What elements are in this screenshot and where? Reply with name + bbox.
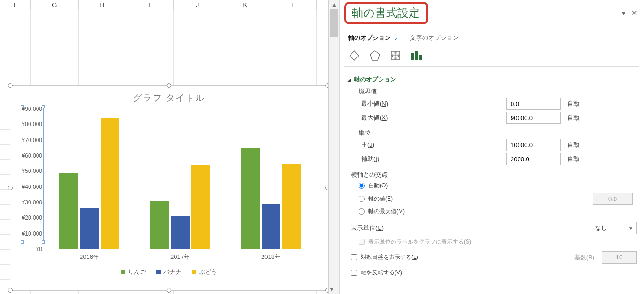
cross-value-radio[interactable] xyxy=(359,196,365,202)
x-axis-label: 2017年 xyxy=(135,253,226,261)
y-axis-tick: ¥20,000 xyxy=(20,215,42,221)
y-axis-tick: ¥0 xyxy=(20,246,42,252)
y-axis-tick: ¥80,000 xyxy=(20,121,42,128)
svg-rect-5 xyxy=(415,51,418,60)
x-axis-label: 2016年 xyxy=(44,253,135,261)
y-axis-tick: ¥70,000 xyxy=(20,137,42,143)
display-units-combo[interactable]: なし▼ xyxy=(592,222,637,234)
legend-item[interactable]: ぶどう xyxy=(192,268,217,276)
cross-label: 横軸との交点 xyxy=(351,171,637,179)
column-header[interactable]: I xyxy=(126,0,174,10)
effects-icon[interactable] xyxy=(369,50,381,62)
vertical-scrollbar[interactable]: ▲ ▼ xyxy=(329,0,340,294)
bar-ぶどう[interactable] xyxy=(282,164,301,249)
column-header[interactable]: K xyxy=(221,0,269,10)
tab-text-options[interactable]: 文字のオプション xyxy=(410,34,459,42)
column-headers: FGHIJKL xyxy=(0,0,328,10)
scroll-down-icon[interactable]: ▼ xyxy=(329,285,335,294)
y-axis-tick: ¥10,000 xyxy=(20,230,42,237)
legend-item[interactable]: りんご xyxy=(121,268,146,276)
column-header[interactable]: H xyxy=(79,0,126,10)
bar-バナナ[interactable] xyxy=(80,208,99,249)
minor-unit-input[interactable] xyxy=(506,153,561,165)
log-scale-checkbox[interactable] xyxy=(351,254,357,260)
display-units-label: 表示単位(U) xyxy=(347,224,592,232)
svg-rect-6 xyxy=(419,55,422,60)
chevron-down-icon: ⌄ xyxy=(394,35,398,41)
legend-item[interactable]: バナナ xyxy=(156,268,182,276)
bar-ぶどう[interactable] xyxy=(101,118,119,249)
close-icon[interactable]: ✕ xyxy=(629,9,639,17)
pane-options-dropdown[interactable]: ▾ xyxy=(619,9,629,17)
cross-max-radio[interactable] xyxy=(359,208,365,215)
minor-unit-label: 補助(I) xyxy=(347,155,506,163)
y-axis-tick: ¥50,000 xyxy=(20,168,42,174)
cross-auto-radio[interactable] xyxy=(359,183,365,189)
column-header[interactable]: L xyxy=(269,0,317,10)
cross-value-label: 軸の値(E) xyxy=(368,195,593,203)
max-label: 最大値(X) xyxy=(347,114,506,122)
bar-ぶどう[interactable] xyxy=(191,165,210,249)
x-axis-label: 2018年 xyxy=(226,253,316,261)
pane-title: 軸の書式設定 xyxy=(352,6,420,21)
y-axis-tick: ¥40,000 xyxy=(20,184,42,190)
base-input xyxy=(602,251,637,264)
chart-title[interactable]: グラフ タイトル xyxy=(10,92,328,104)
bar-バナナ[interactable] xyxy=(171,216,190,249)
y-axis-tick: ¥60,000 xyxy=(20,152,42,159)
section-axis-options-header[interactable]: ◢ 軸のオプション xyxy=(347,75,637,84)
show-display-unit-checkbox xyxy=(359,239,365,245)
reverse-axis-label: 軸を反転する(V) xyxy=(361,269,402,277)
chevron-down-icon: ▼ xyxy=(629,226,633,231)
bar-りんご[interactable] xyxy=(59,173,78,249)
svg-rect-4 xyxy=(411,53,414,60)
axis-options-icon[interactable] xyxy=(410,50,423,62)
column-header[interactable]: F xyxy=(0,0,31,10)
format-axis-pane: 軸の書式設定 ▾ ✕ 軸のオプション⌄ 文字のオプション xyxy=(340,0,644,294)
chart-legend[interactable]: りんごバナナぶどう xyxy=(10,268,328,276)
min-input[interactable] xyxy=(506,98,561,110)
scroll-up-icon[interactable]: ▲ xyxy=(329,0,339,9)
svg-marker-0 xyxy=(370,51,380,60)
reverse-axis-checkbox[interactable] xyxy=(351,270,357,276)
major-unit-input[interactable] xyxy=(506,139,561,151)
base-label: 基数(B) xyxy=(543,253,602,262)
major-unit-label: 主(J) xyxy=(347,141,506,149)
column-header[interactable]: G xyxy=(31,0,79,10)
cross-value-input xyxy=(593,193,633,205)
worksheet-area[interactable]: FGHIJKL グラフ タイトル xyxy=(0,0,329,294)
bar-りんご[interactable] xyxy=(150,201,169,249)
min-auto-label: 自動 xyxy=(567,100,590,108)
max-input[interactable] xyxy=(506,112,561,124)
min-label: 最小値(N) xyxy=(347,100,506,108)
cross-auto-label: 自動(O) xyxy=(368,182,388,190)
column-header[interactable]: J xyxy=(174,0,221,10)
tab-axis-options[interactable]: 軸のオプション⌄ xyxy=(348,34,398,42)
cross-max-label: 軸の最大値(M) xyxy=(368,208,405,215)
bar-りんご[interactable] xyxy=(241,148,260,249)
chart-plot-area[interactable]: ¥90,000¥80,000¥70,000¥60,000¥50,000¥40,0… xyxy=(44,109,316,249)
log-scale-label: 対数目盛を表示する(L) xyxy=(361,253,418,261)
fill-line-icon[interactable] xyxy=(348,50,360,62)
bar-バナナ[interactable] xyxy=(262,204,280,249)
units-label: 単位 xyxy=(359,129,637,137)
chart-object[interactable]: グラフ タイトル ¥90,000¥80,000¥70,000¥60,000¥50… xyxy=(10,85,328,291)
y-axis-tick: ¥30,000 xyxy=(20,199,42,206)
y-axis-tick: ¥90,000 xyxy=(20,106,42,112)
show-display-unit-label: 表示単位のラベルをグラフに表示する(S) xyxy=(368,238,471,246)
size-properties-icon[interactable] xyxy=(389,50,402,62)
scroll-thumb[interactable] xyxy=(330,9,338,37)
max-auto-label: 自動 xyxy=(567,114,590,122)
bounds-label: 境界値 xyxy=(359,87,637,96)
